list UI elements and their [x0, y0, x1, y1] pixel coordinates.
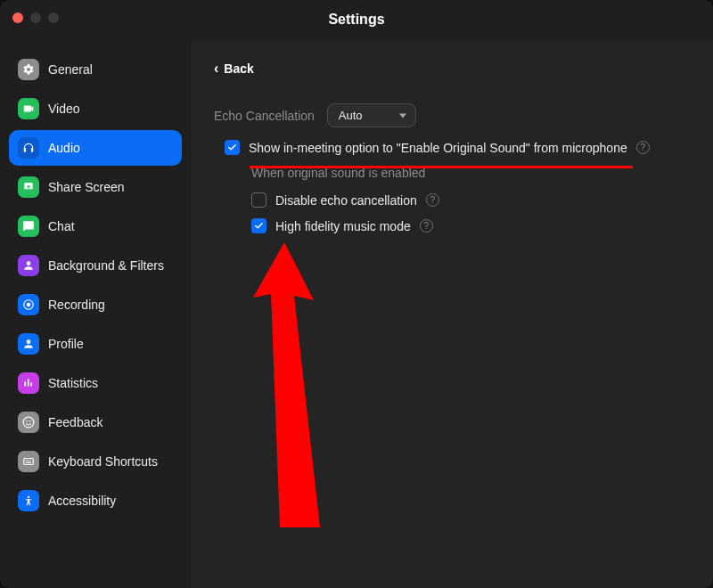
sidebar-item-label: Audio: [48, 141, 80, 155]
chat-bubble-icon: [18, 216, 39, 237]
sidebar-item-label: Keyboard Shortcuts: [48, 454, 158, 469]
svg-rect-9: [26, 462, 31, 463]
back-button[interactable]: ‹ Back: [214, 61, 254, 77]
sidebar-item-label: Recording: [48, 298, 105, 312]
keyboard-icon: [18, 451, 39, 472]
sidebar-item-profile[interactable]: Profile: [9, 326, 182, 362]
high-fidelity-music-mode-row: High fidelity music mode ?: [251, 218, 690, 233]
annotation-arrow: [244, 242, 324, 527]
sidebar-item-accessibility[interactable]: Accessibility: [9, 483, 182, 519]
high-fidelity-music-mode-label: High fidelity music mode: [275, 219, 411, 233]
sidebar-item-share-screen[interactable]: Share Screen: [9, 169, 182, 205]
svg-point-3: [26, 421, 28, 422]
svg-point-4: [29, 421, 31, 422]
sidebar-item-label: Background & Filters: [48, 258, 164, 273]
headphones-icon: [18, 137, 39, 159]
chevron-left-icon: ‹: [214, 61, 218, 77]
video-camera-icon: [18, 98, 39, 119]
svg-rect-8: [29, 460, 30, 461]
show-original-sound-row: Show in-meeting option to "Enable Origin…: [225, 140, 690, 155]
accessibility-icon: [18, 490, 39, 511]
svg-rect-6: [26, 460, 27, 461]
sidebar-item-statistics[interactable]: Statistics: [9, 365, 182, 401]
sidebar-item-label: Statistics: [48, 376, 98, 390]
help-icon[interactable]: ?: [420, 219, 433, 233]
bar-chart-icon: [18, 372, 39, 394]
settings-main-panel: ‹ Back Echo Cancellation Auto Show in-me…: [191, 39, 713, 588]
svg-point-2: [23, 417, 34, 428]
sidebar-item-background-filters[interactable]: Background & Filters: [9, 248, 182, 283]
disable-echo-cancellation-label: Disable echo cancellation: [275, 193, 417, 208]
high-fidelity-music-mode-checkbox[interactable]: [251, 218, 266, 233]
sidebar-item-label: Profile: [48, 337, 84, 351]
help-icon[interactable]: ?: [426, 193, 439, 207]
sidebar-item-feedback[interactable]: Feedback: [9, 404, 182, 440]
back-label: Back: [224, 61, 253, 76]
window-controls: [12, 12, 59, 23]
profile-icon: [18, 333, 39, 355]
sidebar-item-label: Chat: [48, 219, 75, 233]
close-window-button[interactable]: [12, 12, 23, 23]
sidebar-item-keyboard-shortcuts[interactable]: Keyboard Shortcuts: [9, 444, 182, 479]
settings-sidebar: General Video Audio Share Screen: [0, 39, 191, 588]
window-body: General Video Audio Share Screen: [0, 39, 713, 588]
sidebar-item-label: Video: [48, 102, 80, 116]
sidebar-item-video[interactable]: Video: [9, 91, 182, 127]
sidebar-item-general[interactable]: General: [9, 52, 182, 87]
share-screen-icon: [18, 176, 39, 198]
user-background-icon: [18, 255, 39, 276]
sidebar-item-recording[interactable]: Recording: [9, 287, 182, 323]
svg-rect-5: [24, 459, 34, 465]
show-original-sound-checkbox[interactable]: [225, 140, 240, 155]
sidebar-item-label: Accessibility: [48, 494, 116, 508]
original-sound-subheading: When original sound is enabled: [251, 166, 690, 180]
disable-echo-cancellation-checkbox[interactable]: [251, 192, 266, 208]
svg-point-10: [28, 496, 29, 498]
titlebar: Settings: [0, 0, 713, 39]
echo-cancellation-select[interactable]: Auto: [327, 103, 416, 127]
zoom-window-button[interactable]: [48, 12, 59, 23]
sidebar-item-label: Feedback: [48, 415, 102, 429]
echo-cancellation-value: Auto: [339, 109, 363, 122]
echo-cancellation-row: Echo Cancellation Auto: [214, 103, 690, 127]
window-title: Settings: [328, 12, 384, 28]
sidebar-item-label: General: [48, 62, 93, 77]
echo-cancellation-label: Echo Cancellation: [214, 109, 315, 123]
sidebar-item-audio[interactable]: Audio: [9, 130, 182, 166]
smiley-icon: [18, 412, 39, 433]
svg-rect-7: [28, 460, 29, 461]
show-original-sound-label: Show in-meeting option to "Enable Origin…: [249, 141, 627, 155]
settings-window: Settings General Video Audio: [0, 0, 713, 588]
gear-icon: [18, 59, 39, 80]
help-icon[interactable]: ?: [636, 141, 650, 154]
minimize-window-button[interactable]: [30, 12, 41, 23]
disable-echo-cancellation-row: Disable echo cancellation ?: [251, 192, 690, 208]
sidebar-item-label: Share Screen: [48, 180, 125, 194]
record-icon: [18, 294, 39, 315]
sidebar-item-chat[interactable]: Chat: [9, 208, 182, 244]
svg-point-1: [27, 303, 31, 307]
